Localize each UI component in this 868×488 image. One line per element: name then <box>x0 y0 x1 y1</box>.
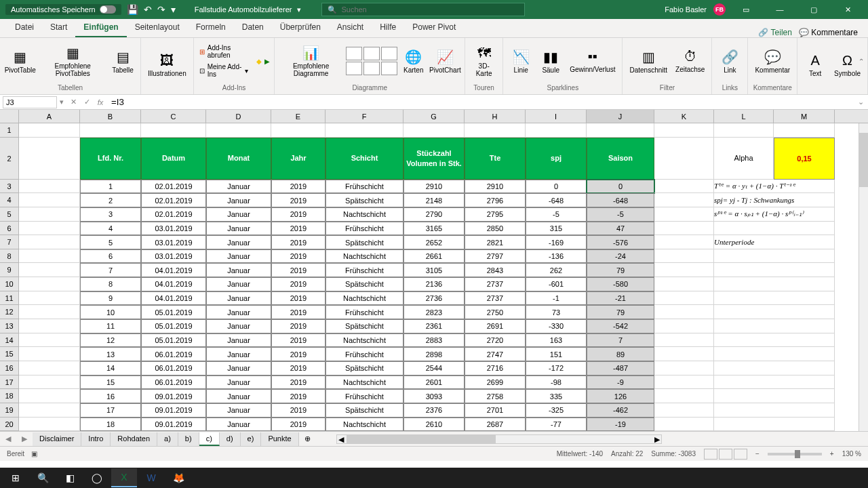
cell[interactable] <box>654 361 714 375</box>
cell-v-8[interactable]: 2736 <box>403 291 465 306</box>
people-graph-icon[interactable]: ▶ <box>264 58 270 65</box>
cell-t-2[interactable]: 2795 <box>465 207 526 222</box>
cell-v-5[interactable]: 2661 <box>403 249 465 264</box>
collapse-ribbon-icon[interactable]: ⌃ <box>859 58 864 65</box>
cell-d-8[interactable]: 04.01.2019 <box>141 291 206 306</box>
cell-v-7[interactable]: 2136 <box>403 277 465 291</box>
cell-saison-13[interactable]: -487 <box>587 361 654 375</box>
row-header-9[interactable]: 9 <box>0 263 19 277</box>
alpha-value[interactable]: 0,15 <box>774 138 835 180</box>
cell[interactable] <box>654 193 714 207</box>
sheet-tab-d[interactable]: d) <box>220 432 241 446</box>
cell-n-3[interactable]: 4 <box>80 222 141 236</box>
vertical-scrollbar[interactable] <box>859 123 868 431</box>
cell-s-17[interactable]: Nachtschicht <box>326 418 403 431</box>
side-formula-0[interactable]: Tᵗᵉ = α · yₜ + (1−α) · Tᵗ⁻¹ᵉ <box>714 180 835 194</box>
sheet-nav-prev-icon[interactable]: ◀ <box>0 434 16 443</box>
cell-n-5[interactable]: 6 <box>80 249 141 264</box>
tab-datei[interactable]: Datei <box>7 18 42 37</box>
select-all-button[interactable] <box>0 110 19 123</box>
cell-sp-6[interactable]: 262 <box>526 263 587 277</box>
cell-v-15[interactable]: 3093 <box>403 389 465 403</box>
cell-d-4[interactable]: 03.01.2019 <box>141 235 206 249</box>
zoom-out-button[interactable]: − <box>755 450 760 458</box>
cell[interactable] <box>19 249 80 264</box>
cell-t-5[interactable]: 2797 <box>465 249 526 264</box>
cell[interactable] <box>19 123 80 138</box>
cell-v-14[interactable]: 2601 <box>403 375 465 390</box>
cell-v-0[interactable]: 2910 <box>403 180 465 194</box>
cell-s-4[interactable]: Spätschicht <box>326 235 403 249</box>
cell-m-6[interactable]: Januar <box>206 263 271 277</box>
cell-v-13[interactable]: 2544 <box>403 361 465 375</box>
cell-sp-8[interactable]: -1 <box>526 291 587 306</box>
cell-s-10[interactable]: Spätschicht <box>326 319 403 333</box>
cell-t-14[interactable]: 2699 <box>465 375 526 390</box>
col-header-M[interactable]: M <box>774 110 835 123</box>
cell-saison-14[interactable]: -9 <box>587 375 654 390</box>
cell-saison-4[interactable]: -576 <box>587 235 654 249</box>
cell-s-5[interactable]: Nachtschicht <box>326 249 403 264</box>
table-header-4[interactable]: Schicht <box>326 138 403 180</box>
cell-j-17[interactable]: 2019 <box>271 418 326 431</box>
cell-j-6[interactable]: 2019 <box>271 263 326 277</box>
side-formula-10[interactable] <box>714 319 835 333</box>
cell-sp-4[interactable]: -169 <box>526 235 587 249</box>
cell-s-16[interactable]: Spätschicht <box>326 403 403 418</box>
cell-n-15[interactable]: 16 <box>80 389 141 403</box>
row-header-12[interactable]: 12 <box>0 305 19 319</box>
row-header-19[interactable]: 19 <box>0 403 19 418</box>
cell-d-3[interactable]: 03.01.2019 <box>141 222 206 236</box>
side-formula-14[interactable] <box>714 375 835 390</box>
cell-s-3[interactable]: Frühschicht <box>326 222 403 236</box>
row-header-18[interactable]: 18 <box>0 389 19 403</box>
cell-t-17[interactable]: 2687 <box>465 418 526 431</box>
cell-d-5[interactable]: 03.01.2019 <box>141 249 206 264</box>
row-headers[interactable]: 1234567891011121314151617181920 <box>0 123 19 431</box>
cell-sp-11[interactable]: 163 <box>526 333 587 348</box>
col-header-C[interactable]: C <box>141 110 206 123</box>
table-header-7[interactable]: spj <box>526 138 587 180</box>
3d-map-button[interactable]: 🗺3D-Karte <box>469 44 498 79</box>
cell-t-8[interactable]: 2737 <box>465 291 526 306</box>
cell[interactable] <box>19 403 80 418</box>
cell-n-10[interactable]: 11 <box>80 319 141 333</box>
sparkline-line-button[interactable]: 📉Linie <box>507 47 534 75</box>
cell-j-1[interactable]: 2019 <box>271 193 326 207</box>
cell-s-11[interactable]: Nachtschicht <box>326 333 403 348</box>
row-header-1[interactable]: 1 <box>0 123 19 138</box>
cell-m-10[interactable]: Januar <box>206 319 271 333</box>
cell-t-4[interactable]: 2821 <box>465 235 526 249</box>
cell-saison-2[interactable]: -5 <box>587 207 654 222</box>
row-header-15[interactable]: 15 <box>0 347 19 361</box>
cell-m-8[interactable]: Januar <box>206 291 271 306</box>
cell[interactable] <box>654 389 714 403</box>
cell-v-12[interactable]: 2898 <box>403 347 465 361</box>
cell-v-11[interactable]: 2883 <box>403 333 465 348</box>
text-button[interactable]: AText <box>802 52 829 79</box>
cell-sp-7[interactable]: -601 <box>526 277 587 291</box>
cell-j-13[interactable]: 2019 <box>271 361 326 375</box>
cell[interactable] <box>141 123 206 138</box>
cell-t-9[interactable]: 2750 <box>465 305 526 319</box>
cell-d-6[interactable]: 04.01.2019 <box>141 263 206 277</box>
cell-t-0[interactable]: 2910 <box>465 180 526 194</box>
cell-sp-15[interactable]: 335 <box>526 389 587 403</box>
col-header-E[interactable]: E <box>271 110 326 123</box>
cell[interactable] <box>206 123 271 138</box>
cell[interactable] <box>19 222 80 236</box>
cancel-formula-icon[interactable]: ✕ <box>66 98 80 106</box>
autosave-toggle[interactable]: Automatisches Speichern <box>5 4 121 15</box>
cell-j-14[interactable]: 2019 <box>271 375 326 390</box>
cell-t-10[interactable]: 2691 <box>465 319 526 333</box>
cell-n-9[interactable]: 10 <box>80 305 141 319</box>
cell[interactable] <box>654 291 714 306</box>
cell-m-12[interactable]: Januar <box>206 347 271 361</box>
cell-s-1[interactable]: Spätschicht <box>326 193 403 207</box>
cell-n-4[interactable]: 5 <box>80 235 141 249</box>
row-header-2[interactable]: 2 <box>0 138 19 180</box>
cell-d-7[interactable]: 04.01.2019 <box>141 277 206 291</box>
formula-input[interactable] <box>107 96 854 108</box>
cell-m-7[interactable]: Januar <box>206 277 271 291</box>
cell-saison-5[interactable]: -24 <box>587 249 654 264</box>
